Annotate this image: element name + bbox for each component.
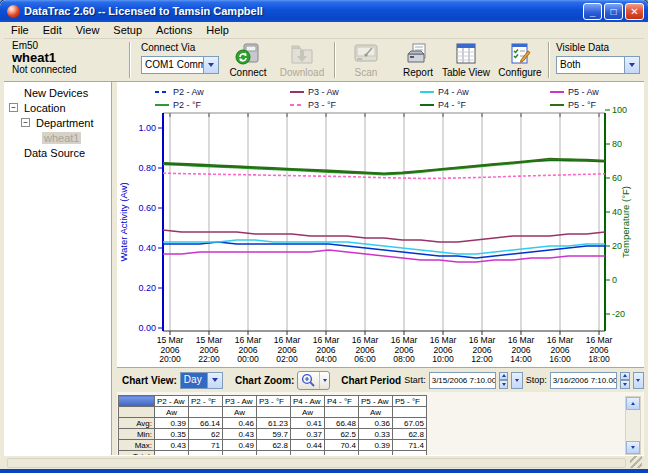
axis-label: 1.00 bbox=[138, 123, 156, 133]
table-cell: 0.43 bbox=[155, 440, 189, 451]
chevron-down-icon[interactable] bbox=[624, 57, 639, 73]
axis-label: Temperature (°F) bbox=[620, 186, 631, 258]
tree-item-department[interactable]: − Department bbox=[4, 115, 111, 130]
start-calendar-dropdown[interactable] bbox=[511, 372, 522, 389]
menu-bar: File Edit View Setup Actions Help bbox=[4, 22, 644, 39]
x-tick-label: 16 Mar200616:00 bbox=[547, 335, 574, 364]
table-view-button[interactable]: Table View bbox=[440, 42, 492, 78]
axis-label: 80 bbox=[612, 139, 622, 149]
table-column-header: P3 - °F bbox=[257, 396, 291, 407]
table-cell: 0.49 bbox=[223, 440, 257, 451]
tree-item-location[interactable]: − Location bbox=[4, 100, 111, 115]
scroll-up-icon[interactable] bbox=[626, 397, 640, 410]
connect-icon bbox=[235, 42, 261, 66]
maximize-button[interactable]: □ bbox=[604, 3, 623, 20]
axis-label: -20 bbox=[612, 309, 625, 319]
table-cell: 71.4 bbox=[393, 440, 427, 451]
table-unit-cell: Aw bbox=[223, 407, 257, 418]
chart-period-label: Chart Period bbox=[341, 375, 401, 386]
start-datetime-field[interactable]: 3/15/2006 7:10.00 PM bbox=[429, 372, 496, 389]
collapse-icon[interactable]: − bbox=[21, 118, 30, 127]
table-row: Avg:0.3966.140.4661.230.4166.480.3667.05 bbox=[119, 418, 427, 429]
titlebar[interactable]: DataTrac 2.60 -- Licensed to Tamsin Camp… bbox=[0, 0, 648, 22]
tree-item-data-source[interactable]: Data Source bbox=[4, 145, 111, 160]
table-row-label bbox=[119, 407, 155, 418]
configure-button[interactable]: Configure bbox=[494, 42, 546, 78]
chart-zoom-button[interactable] bbox=[297, 371, 330, 390]
stop-datetime-field[interactable]: 3/16/2006 7:10.00 PM bbox=[550, 372, 617, 389]
axis-label: Water Activity (Aw) bbox=[118, 182, 129, 261]
axis-label: 0.80 bbox=[138, 163, 156, 173]
scrollbar-track[interactable] bbox=[626, 410, 640, 441]
download-button[interactable]: Download bbox=[276, 42, 328, 78]
collapse-icon[interactable]: − bbox=[9, 103, 18, 112]
scan-icon bbox=[353, 42, 379, 66]
device-tree: New Devices − Location − Department whea… bbox=[4, 82, 112, 455]
toolbar: Em50 wheat1 Not connected Connect Via CO… bbox=[4, 39, 644, 82]
chevron-down-icon[interactable] bbox=[203, 57, 218, 73]
connect-via-dropdown[interactable]: COM1 Communic bbox=[141, 56, 219, 74]
table-column-header: P5 - °F bbox=[393, 396, 427, 407]
main-content: New Devices − Location − Department whea… bbox=[4, 82, 644, 455]
connect-via-value: COM1 Communic bbox=[142, 57, 203, 73]
table-cell: 62 bbox=[189, 429, 223, 440]
download-icon bbox=[289, 42, 315, 66]
chart-zoom-label: Chart Zoom: bbox=[235, 375, 294, 386]
menu-view[interactable]: View bbox=[69, 23, 107, 37]
device-status: Not connected bbox=[12, 64, 77, 76]
stats-table: P2 - AwP2 - °FP3 - AwP3 - °FP4 - AwP4 - … bbox=[118, 395, 427, 455]
report-button[interactable]: Report bbox=[392, 42, 444, 78]
start-spinner[interactable] bbox=[499, 372, 508, 389]
connect-button[interactable]: Connect bbox=[222, 42, 274, 78]
menu-edit[interactable]: Edit bbox=[36, 23, 69, 37]
minimize-button[interactable]: _ bbox=[583, 3, 602, 20]
x-tick-label: 15 Mar200622:00 bbox=[196, 335, 223, 364]
tree-item-new-devices[interactable]: New Devices bbox=[4, 85, 111, 100]
table-view-button-label: Table View bbox=[442, 67, 490, 78]
table-scrollbar[interactable] bbox=[625, 396, 641, 455]
menu-setup[interactable]: Setup bbox=[106, 23, 149, 37]
close-button[interactable]: ✕ bbox=[625, 3, 644, 20]
tree-item-wheat1[interactable]: wheat1 bbox=[4, 130, 111, 145]
table-unit-cell: Aw bbox=[291, 407, 325, 418]
chevron-down-icon[interactable] bbox=[319, 372, 329, 389]
status-field bbox=[7, 458, 626, 468]
scan-button[interactable]: Scan bbox=[340, 42, 392, 78]
table-row-label: Max: bbox=[119, 440, 155, 451]
stop-spinner[interactable] bbox=[620, 372, 629, 389]
stop-calendar-dropdown[interactable] bbox=[633, 372, 644, 389]
table-corner-cell bbox=[119, 396, 155, 407]
table-cell: 0.44 bbox=[291, 440, 325, 451]
menu-file[interactable]: File bbox=[4, 23, 36, 37]
table-unit-cell bbox=[189, 407, 223, 418]
table-cell: 0.36 bbox=[359, 418, 393, 429]
table-view-icon bbox=[453, 42, 479, 66]
connect-button-label: Connect bbox=[229, 67, 266, 78]
table-header-row: P2 - AwP2 - °FP3 - AwP3 - °FP4 - AwP4 - … bbox=[119, 396, 427, 407]
axis-label: 0 bbox=[612, 275, 617, 285]
menu-help[interactable]: Help bbox=[199, 23, 236, 37]
table-cell: 0.46 bbox=[223, 418, 257, 429]
menu-actions[interactable]: Actions bbox=[149, 23, 199, 37]
right-pane: P2 - AwP2 - °FP3 - AwP3 - °FP4 - AwP4 - … bbox=[117, 82, 644, 455]
scroll-down-icon[interactable] bbox=[626, 441, 640, 454]
visible-data-dropdown[interactable]: Both bbox=[556, 56, 640, 74]
table-cell: 71 bbox=[189, 440, 223, 451]
chart-plot: 15 Mar200620:0015 Mar200622:0016 Mar2006… bbox=[117, 82, 644, 367]
resize-grip[interactable] bbox=[630, 456, 642, 468]
app-icon bbox=[7, 5, 20, 18]
x-tick-label: 16 Mar200602:00 bbox=[274, 335, 301, 364]
table-column-header: P4 - Aw bbox=[291, 396, 325, 407]
status-bar bbox=[4, 455, 644, 469]
configure-icon bbox=[507, 42, 533, 66]
chart-view-dropdown[interactable]: Day bbox=[180, 372, 223, 389]
magnifier-plus-icon bbox=[298, 373, 319, 388]
chevron-down-icon[interactable] bbox=[207, 373, 222, 388]
axis-label: 100 bbox=[612, 105, 627, 115]
table-unit-cell: Aw bbox=[155, 407, 189, 418]
table-column-header: P5 - Aw bbox=[359, 396, 393, 407]
table-cell: 0.35 bbox=[155, 429, 189, 440]
table-cell: 0.37 bbox=[291, 429, 325, 440]
visible-data-label: Visible Data bbox=[556, 42, 609, 53]
download-button-label: Download bbox=[280, 67, 324, 78]
